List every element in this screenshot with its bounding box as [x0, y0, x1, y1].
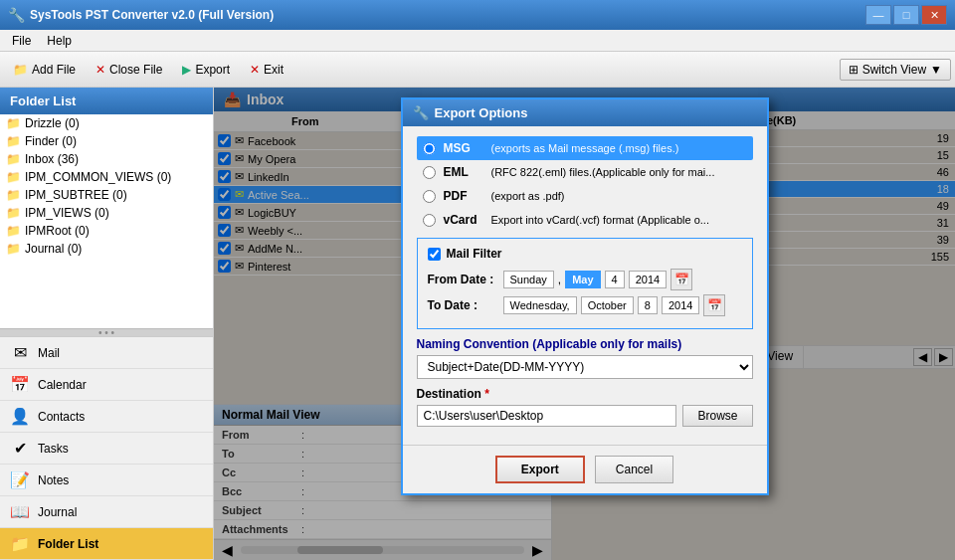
- title-bar-left: 🔧 SysTools PST Converter v2.0 (Full Vers…: [8, 7, 274, 23]
- folder-item-ipm-subtree[interactable]: 📁 IPM_SUBTREE (0): [0, 186, 213, 204]
- msg-desc: (exports as Mail message (.msg) files.): [491, 142, 679, 154]
- main-area: Folder List 📁 Drizzle (0) 📁 Finder (0) 📁…: [0, 88, 955, 560]
- eml-label: EML: [444, 165, 483, 179]
- pdf-desc: (export as .pdf): [491, 190, 565, 202]
- folder-icon: 📁: [6, 224, 21, 238]
- export-submit-button[interactable]: Export: [495, 456, 585, 483]
- add-file-icon: 📁: [13, 63, 28, 77]
- folder-item-inbox[interactable]: 📁 Inbox (36): [0, 150, 213, 168]
- exit-icon: ✕: [250, 63, 260, 77]
- from-date-num: 4: [605, 271, 625, 288]
- naming-label: Naming Convention (Applicable only for m…: [417, 337, 753, 351]
- from-calendar-button[interactable]: 📅: [670, 269, 692, 290]
- vcard-radio[interactable]: [423, 214, 436, 227]
- folder-item-finder[interactable]: 📁 Finder (0): [0, 132, 213, 150]
- add-file-button[interactable]: 📁 Add File: [4, 59, 85, 81]
- title-controls: — □ ✕: [865, 5, 947, 25]
- folder-item-journal[interactable]: 📁 Journal (0): [0, 240, 213, 258]
- menu-help[interactable]: Help: [39, 32, 80, 50]
- app-title: SysTools PST Converter v2.0 (Full Versio…: [30, 8, 274, 22]
- required-marker: *: [484, 387, 489, 401]
- to-date-value: Wednesday, October 8 2014 📅: [503, 294, 726, 316]
- exit-button[interactable]: ✕ Exit: [241, 59, 292, 81]
- naming-convention-select[interactable]: Subject+Date(DD-MM-YYYY): [417, 355, 753, 379]
- folder-icon: 📁: [6, 134, 21, 148]
- sidebar-item-calendar[interactable]: 📅 Calendar: [0, 369, 213, 401]
- close-file-icon: ✕: [96, 63, 105, 77]
- sidebar-item-tasks[interactable]: ✔ Tasks: [0, 433, 213, 465]
- pdf-label: PDF: [444, 189, 483, 203]
- modal-title-text: Export Options: [435, 105, 528, 120]
- sidebar-item-notes[interactable]: 📝 Notes: [0, 465, 213, 496]
- eml-radio[interactable]: [423, 166, 436, 179]
- folder-item-ipm-views[interactable]: 📁 IPM_VIEWS (0): [0, 204, 213, 222]
- msg-label: MSG: [444, 141, 483, 155]
- naming-section: Naming Convention (Applicable only for m…: [417, 337, 753, 379]
- browse-button[interactable]: Browse: [682, 405, 752, 427]
- to-calendar-button[interactable]: 📅: [703, 294, 725, 316]
- export-icon: ▶: [182, 63, 191, 77]
- mail-filter-header: Mail Filter: [428, 247, 742, 261]
- folder-icon: 📁: [6, 152, 21, 166]
- mail-icon: ✉: [10, 343, 30, 362]
- export-button[interactable]: ▶ Export: [173, 59, 239, 81]
- close-file-button[interactable]: ✕ Close File: [87, 59, 171, 81]
- journal-icon: 📖: [10, 502, 30, 521]
- sidebar-nav: ✉ Mail 📅 Calendar 👤 Contacts ✔ Tasks 📝 N…: [0, 336, 213, 560]
- pdf-radio[interactable]: [423, 190, 436, 203]
- msg-radio[interactable]: [423, 142, 436, 155]
- destination-input[interactable]: [417, 405, 677, 427]
- contacts-icon: 👤: [10, 407, 30, 426]
- export-option-msg[interactable]: MSG (exports as Mail message (.msg) file…: [417, 136, 753, 160]
- export-option-pdf[interactable]: PDF (export as .pdf): [417, 184, 753, 208]
- export-option-vcard[interactable]: vCard Export into vCard(.vcf) format (Ap…: [417, 208, 753, 232]
- folder-item-drizzle[interactable]: 📁 Drizzle (0): [0, 114, 213, 132]
- to-date-label: To Date :: [428, 298, 497, 312]
- folder-icon: 📁: [6, 242, 21, 256]
- destination-row: Browse: [417, 405, 753, 427]
- export-options-modal: 🔧 Export Options MSG (exports as Mail me…: [401, 97, 769, 495]
- mail-filter-checkbox[interactable]: [428, 248, 441, 261]
- eml-desc: (RFC 822(.eml) files.(Applicable only fo…: [491, 166, 715, 178]
- sidebar-item-journal[interactable]: 📖 Journal: [0, 496, 213, 528]
- modal-body: MSG (exports as Mail message (.msg) file…: [403, 126, 767, 445]
- folder-list-icon: 📁: [10, 534, 30, 553]
- notes-icon: 📝: [10, 470, 30, 489]
- sidebar-item-folder-list[interactable]: 📁 Folder List: [0, 528, 213, 560]
- folder-item-ipmroot[interactable]: 📁 IPMRoot (0): [0, 222, 213, 240]
- mail-filter-section: Mail Filter From Date : Sunday , May 4 2…: [417, 238, 753, 329]
- toolbar: 📁 Add File ✕ Close File ▶ Export ✕ Exit …: [0, 52, 955, 88]
- minimize-button[interactable]: —: [865, 5, 891, 25]
- close-button[interactable]: ✕: [921, 5, 947, 25]
- from-date-row: From Date : Sunday , May 4 2014 📅: [428, 269, 742, 290]
- from-date-label: From Date :: [428, 273, 497, 286]
- folder-icon: 📁: [6, 116, 21, 130]
- from-date-value: Sunday , May 4 2014 📅: [503, 269, 693, 290]
- vcard-desc: Export into vCard(.vcf) format (Applicab…: [491, 214, 709, 226]
- maximize-button[interactable]: □: [893, 5, 919, 25]
- folder-list: 📁 Drizzle (0) 📁 Finder (0) 📁 Inbox (36) …: [0, 114, 213, 328]
- sidebar: Folder List 📁 Drizzle (0) 📁 Finder (0) 📁…: [0, 88, 214, 560]
- switch-view-button[interactable]: ⊞ Switch View ▼: [840, 59, 951, 81]
- sidebar-item-contacts[interactable]: 👤 Contacts: [0, 401, 213, 433]
- to-day: Wednesday,: [503, 296, 577, 314]
- title-bar: 🔧 SysTools PST Converter v2.0 (Full Vers…: [0, 0, 955, 30]
- resize-handle[interactable]: • • •: [0, 328, 213, 336]
- app-icon: 🔧: [8, 7, 24, 23]
- modal-title-bar: 🔧 Export Options: [403, 99, 767, 126]
- to-year: 2014: [662, 296, 699, 314]
- export-option-eml[interactable]: EML (RFC 822(.eml) files.(Applicable onl…: [417, 160, 753, 184]
- modal-overlay: 🔧 Export Options MSG (exports as Mail me…: [214, 88, 955, 560]
- destination-section: Destination * Browse: [417, 387, 753, 427]
- menu-bar: File Help: [0, 30, 955, 52]
- cancel-button[interactable]: Cancel: [595, 456, 673, 483]
- to-date-row: To Date : Wednesday, October 8 2014 📅: [428, 294, 742, 316]
- folder-item-ipm-common[interactable]: 📁 IPM_COMMON_VIEWS (0): [0, 168, 213, 186]
- from-month: May: [565, 271, 600, 288]
- sidebar-item-mail[interactable]: ✉ Mail: [0, 337, 213, 369]
- to-date-num: 8: [638, 296, 658, 314]
- vcard-label: vCard: [444, 213, 483, 227]
- folder-icon: 📁: [6, 206, 21, 220]
- mail-filter-label: Mail Filter: [447, 247, 502, 261]
- menu-file[interactable]: File: [4, 32, 39, 50]
